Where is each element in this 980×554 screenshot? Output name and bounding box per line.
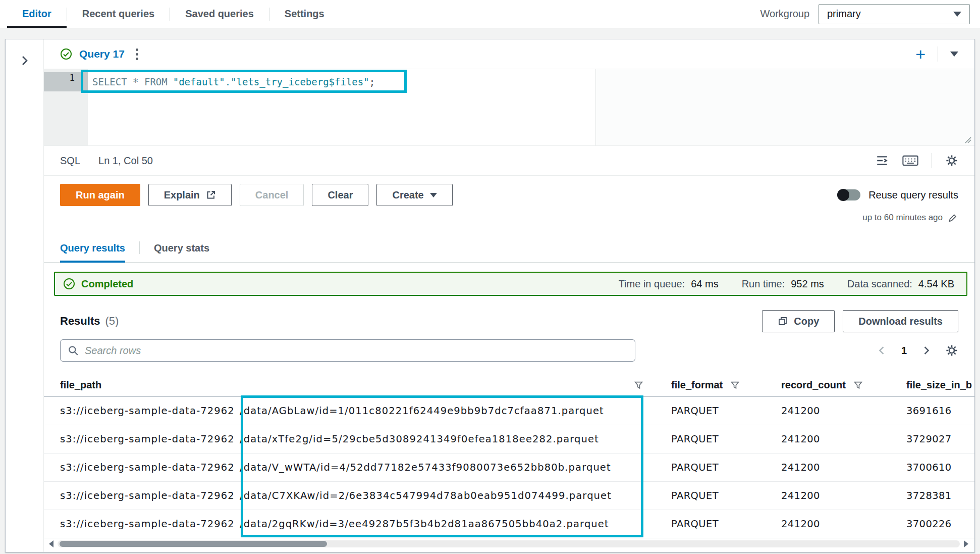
download-results-button[interactable]: Download results (843, 310, 958, 332)
cell-file-size: 3729027 (906, 433, 974, 445)
editor-status-bar: SQL Ln 1, Col 50 (44, 145, 974, 176)
column-header-file-format[interactable]: file_format (671, 379, 781, 391)
cell-record-count: 241200 (781, 518, 906, 530)
explain-button[interactable]: Explain (148, 184, 232, 206)
cell-file-format: PARQUET (671, 518, 781, 530)
copy-icon (778, 316, 788, 326)
collapsed-sidebar (6, 39, 44, 552)
divider (139, 241, 140, 254)
table-preferences-gear-icon[interactable] (945, 344, 958, 357)
cell-file-format: PARQUET (671, 462, 781, 473)
next-page-button[interactable] (921, 345, 931, 356)
cell-file-size: 3691616 (906, 405, 974, 417)
workgroup-label: Workgroup (760, 8, 809, 20)
sql-terminator: ; (369, 76, 375, 87)
cell-record-count: 241200 (781, 462, 906, 473)
clear-button[interactable]: Clear (312, 184, 368, 206)
reuse-results-toggle[interactable] (837, 189, 860, 200)
prev-page-button[interactable] (877, 345, 887, 356)
column-header-record-count[interactable]: record_count (781, 379, 906, 391)
filter-icon[interactable] (731, 381, 739, 389)
tab-settings-label: Settings (285, 8, 324, 20)
tab-recent-queries[interactable]: Recent queries (67, 0, 170, 28)
column-header-file-size[interactable]: file_size_in_b (906, 379, 974, 391)
cell-file-path: s3://iceberg-sample-data-72962/data/xTfe… (44, 433, 671, 445)
page-number[interactable]: 1 (901, 345, 907, 357)
query-actions: Run again Explain Cancel Clear Create (44, 176, 974, 211)
results-table: file_path file_format record_count (44, 374, 974, 538)
query-tab-header: Query 17 + (44, 39, 974, 69)
editor-gutter: 1 (44, 69, 88, 145)
column-header-file-path[interactable]: file_path (44, 379, 671, 391)
scrollbar-thumb[interactable] (60, 541, 327, 547)
table-header-row: file_path file_format record_count (44, 374, 974, 397)
editor-main: Query 17 + 1 SELECT * FROM"default"."let… (44, 39, 974, 552)
table-row: s3://iceberg-sample-data-72962/data/AGbL… (44, 397, 974, 425)
gear-icon (945, 154, 958, 167)
horizontal-scrollbar (49, 540, 968, 548)
format-sql-button[interactable] (875, 154, 889, 167)
sql-code-line: SELECT * FROM"default"."lets_try_iceberg… (92, 72, 974, 91)
divider (932, 153, 932, 168)
keyboard-shortcuts-button[interactable] (902, 155, 918, 167)
results-title: Results (60, 315, 100, 328)
tab-editor[interactable]: Editor (7, 0, 67, 28)
query-status-banner: Completed Time in queue: 64 ms Run time:… (54, 272, 967, 296)
metric-run-time: Run time: 952 ms (742, 278, 824, 290)
cell-file-path: s3://iceberg-sample-data-72962/data/C7XK… (44, 490, 671, 501)
query-tab-title[interactable]: Query 17 (79, 48, 125, 60)
scrollbar-track[interactable] (58, 540, 960, 547)
line-number: 1 (44, 72, 88, 91)
filter-icon[interactable] (854, 381, 862, 389)
scroll-left-arrow[interactable] (49, 540, 53, 547)
sidebar-expand-button[interactable] (17, 53, 33, 552)
cell-file-size: 3700610 (906, 462, 974, 473)
tab-saved-queries[interactable]: Saved queries (170, 0, 269, 28)
cell-file-size: 3728381 (906, 490, 974, 501)
keyboard-icon (902, 155, 918, 167)
sql-code-area[interactable]: SELECT * FROM"default"."lets_try_iceberg… (88, 69, 974, 145)
tab-saved-queries-label: Saved queries (185, 8, 254, 20)
editor-resize-grip[interactable] (963, 135, 971, 143)
reuse-duration-row: up to 60 minutes ago (44, 211, 974, 224)
edit-pencil-icon[interactable] (948, 213, 957, 223)
results-tabs: Query results Query stats (44, 235, 974, 263)
tab-query-results[interactable]: Query results (60, 235, 125, 262)
new-query-tab-button[interactable]: + (915, 46, 925, 62)
reuse-results-label: Reuse query results (868, 189, 958, 201)
cancel-button[interactable]: Cancel (240, 184, 304, 206)
search-input[interactable] (85, 345, 628, 357)
kebab-icon (136, 48, 138, 51)
filter-icon[interactable] (634, 381, 643, 389)
metric-time-in-queue: Time in queue: 64 ms (619, 278, 719, 290)
tab-settings[interactable]: Settings (269, 0, 340, 28)
cell-file-path: s3://iceberg-sample-data-72962/data/V_wW… (44, 462, 671, 473)
pagination: 1 (877, 344, 958, 357)
query-tabs-dropdown-button[interactable] (950, 52, 958, 57)
language-label: SQL (60, 155, 80, 167)
create-button[interactable]: Create (376, 184, 452, 206)
cell-file-size: 3700226 (906, 518, 974, 530)
table-row: s3://iceberg-sample-data-72962/data/V_wW… (44, 454, 974, 482)
results-count: (5) (105, 315, 119, 328)
query-tab-menu-button[interactable] (132, 46, 142, 62)
workgroup-select[interactable]: primary (819, 4, 970, 24)
toggle-knob (837, 189, 849, 201)
tab-recent-queries-label: Recent queries (82, 8, 154, 20)
cell-file-format: PARQUET (671, 405, 781, 417)
tab-query-stats[interactable]: Query stats (154, 235, 209, 262)
copy-button[interactable]: Copy (762, 310, 835, 332)
cursor-position: Ln 1, Col 50 (98, 155, 153, 167)
results-toolbar: 1 (44, 339, 974, 362)
run-again-button[interactable]: Run again (60, 184, 140, 206)
sql-keywords: SELECT * FROM (92, 76, 168, 87)
editor-settings-button[interactable] (945, 154, 958, 167)
status-success-icon (60, 48, 72, 60)
scroll-right-arrow[interactable] (964, 540, 968, 547)
top-navigation: Editor Recent queries Saved queries Sett… (0, 0, 980, 28)
caret-down-icon (953, 12, 961, 17)
reuse-duration-text: up to 60 minutes ago (862, 213, 943, 223)
query-editor-panel: Query 17 + 1 SELECT * FROM"default"."let… (5, 39, 975, 552)
external-link-icon (206, 190, 216, 200)
cell-file-format: PARQUET (671, 433, 781, 445)
